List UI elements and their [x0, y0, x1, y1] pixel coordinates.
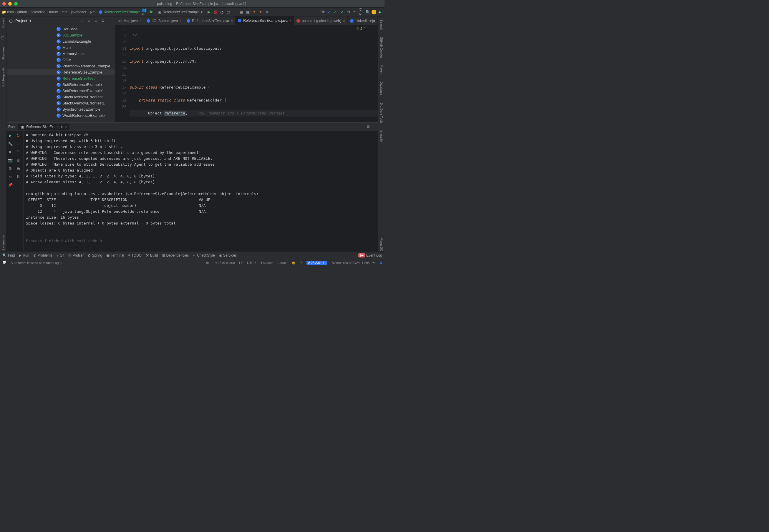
tree-item[interactable]: SoftReferenceExample1: [6, 88, 115, 94]
message-icon[interactable]: 💬: [2, 261, 6, 265]
tree-item[interactable]: JOLSample: [6, 32, 115, 38]
trash-icon[interactable]: 🗑: [15, 174, 21, 179]
editor-tab[interactable]: ReferenceSizeExample.java×: [235, 16, 294, 25]
copilot-tool-button[interactable]: GitHub Copilot: [380, 37, 383, 58]
camera-icon[interactable]: 📷: [8, 157, 13, 163]
filter-icon[interactable]: ☰: [15, 149, 21, 154]
editor-tab[interactable]: JOLSample.java×: [144, 16, 184, 25]
database-tool-button[interactable]: Database: [380, 82, 383, 95]
coverage-button[interactable]: ◔: [219, 9, 225, 15]
tree-item[interactable]: SynchronizedExample: [6, 106, 115, 112]
run-tool-button[interactable]: ▶ Run: [19, 253, 29, 257]
project-tool-button[interactable]: Project: [1, 18, 5, 28]
project-title[interactable]: Project: [15, 19, 27, 23]
lock-icon[interactable]: 🔒: [291, 261, 295, 265]
structure-tool-button[interactable]: Structure: [1, 47, 5, 60]
print-icon[interactable]: 🖶: [15, 166, 21, 171]
folder-icon[interactable]: ▢: [1, 35, 6, 40]
indent[interactable]: 4 spaces: [260, 261, 273, 265]
stop-icon[interactable]: ■: [8, 149, 13, 154]
editor-tab[interactable]: ashMap.java×: [115, 16, 144, 25]
search-tool-button[interactable]: Search: [380, 19, 383, 30]
rerun-icon[interactable]: ▶: [8, 133, 13, 138]
git-update-icon[interactable]: ✓: [326, 9, 331, 15]
select-open-file-icon[interactable]: ⊙: [79, 18, 84, 24]
run-tab[interactable]: ▣ ReferenceSizeExample ×: [18, 124, 69, 130]
progress-icon[interactable]: ◐: [206, 261, 209, 265]
stop-button[interactable]: ■: [265, 9, 270, 15]
breadcrumb[interactable]: 📁 com› github› paicoding› forum› test› j…: [2, 10, 141, 14]
hammer-build-icon[interactable]: ⚒: [148, 9, 154, 15]
todo-tool-button[interactable]: ≡ TODO: [128, 253, 141, 257]
inspection-indicator[interactable]: ⚠ 2 ˄ ˅: [356, 26, 368, 30]
project-tree[interactable]: HotCode JOLSample LambdaExample Main Mem…: [6, 25, 115, 122]
crumb[interactable]: javabetter: [71, 10, 87, 14]
ide-icon[interactable]: ▶: [377, 9, 383, 15]
more-tabs-icon[interactable]: ▾ ⋮: [370, 19, 377, 23]
maximize-window-button[interactable]: [14, 2, 18, 6]
close-icon[interactable]: ×: [343, 19, 345, 23]
encoding[interactable]: UTF-8: [247, 261, 256, 265]
gear-icon[interactable]: ⚙: [366, 124, 370, 129]
tree-item[interactable]: WeakReferenceExample: [6, 112, 115, 119]
debug-button[interactable]: 🐞: [213, 9, 218, 15]
tree-item[interactable]: StackOverflowErrorTest: [6, 94, 115, 100]
tree-item[interactable]: OOM: [6, 57, 115, 63]
git-push-icon[interactable]: ↗: [339, 9, 344, 15]
crumb[interactable]: paicoding: [30, 10, 45, 14]
find-tool-button[interactable]: 🔍 Find: [2, 253, 15, 257]
run-button[interactable]: ▶: [206, 9, 212, 15]
line-separator[interactable]: LF: [239, 261, 243, 265]
chevron-up-icon[interactable]: ˄: [363, 26, 365, 30]
problems-tool-button[interactable]: ⊘ Problems: [33, 253, 52, 257]
close-icon[interactable]: ×: [65, 125, 67, 129]
crumb[interactable]: ReferenceSizeExample: [104, 10, 140, 14]
chevron-down-icon[interactable]: ˅: [366, 26, 368, 30]
close-icon[interactable]: ×: [231, 19, 233, 23]
wrench-icon[interactable]: 🔧: [8, 141, 13, 146]
profiler-tool-button[interactable]: ◷ Profiler: [68, 253, 84, 257]
code-area[interactable]: ⚠ 2 ˄ ˅ 8 9 10 11 12 13 14: [115, 25, 378, 122]
chevron-down-icon[interactable]: ▾: [29, 19, 31, 23]
tree-item[interactable]: HotCode: [6, 26, 115, 32]
copilot-icon[interactable]: ✦: [258, 9, 263, 15]
tree-item[interactable]: MemoryLeak: [6, 51, 115, 57]
exit-icon[interactable]: ⎋: [8, 174, 13, 179]
translate-icon[interactable]: 文A: [358, 9, 364, 15]
layout-icon[interactable]: ⊞: [15, 157, 21, 163]
hide-icon[interactable]: —: [372, 124, 376, 129]
crumb[interactable]: com: [7, 10, 14, 14]
close-icon[interactable]: ×: [289, 19, 291, 23]
jclasslib-tool-button[interactable]: jclasslib: [380, 130, 383, 142]
search-icon[interactable]: 🔍: [365, 9, 370, 15]
gear-icon[interactable]: ⚙: [8, 166, 13, 171]
build-tool-button[interactable]: ⚒ Build: [146, 253, 158, 257]
toolbar-icon[interactable]: ▦: [239, 9, 244, 15]
git-commit-icon[interactable]: ✓: [333, 9, 338, 15]
event-log-button[interactable]: 9+ Event Log: [358, 253, 382, 257]
tree-item[interactable]: Main: [6, 44, 115, 51]
crumb[interactable]: jvm: [90, 10, 95, 14]
toolbar-icon[interactable]: ▦: [245, 9, 250, 15]
dependencies-tool-button[interactable]: ⊞ Dependencies: [162, 253, 189, 257]
editor-tab[interactable]: pom.xml (paicoding-web)×: [294, 16, 348, 25]
collapse-all-icon[interactable]: ≡: [93, 18, 99, 24]
bigdata-tool-button[interactable]: Big Data Tools: [380, 103, 383, 124]
windows-icon[interactable]: ⊞: [379, 261, 382, 265]
crumb[interactable]: forum: [49, 10, 58, 14]
git-branch[interactable]: ⑂ main: [277, 261, 287, 265]
tree-item[interactable]: StackOverflowErrorTest1: [6, 100, 115, 106]
down-icon[interactable]: ↓: [15, 141, 21, 146]
tree-item[interactable]: SoftReferenceExample: [6, 82, 115, 88]
visualgc-tool-button[interactable]: VisualGC: [380, 238, 383, 251]
minimize-window-button[interactable]: [8, 2, 12, 6]
avatar-icon[interactable]: [371, 10, 376, 14]
hide-icon[interactable]: —: [107, 18, 113, 24]
pull-requests-tool-button[interactable]: Pull Requests: [1, 67, 5, 87]
expand-all-icon[interactable]: ≡: [86, 18, 92, 24]
caret-position[interactable]: 14:25 (9 chars): [213, 261, 235, 265]
git-history-icon[interactable]: ⟲: [345, 9, 351, 15]
close-window-button[interactable]: [2, 2, 6, 6]
git-revert-icon[interactable]: ↶: [352, 9, 357, 15]
changes-badge[interactable]: Δ 26 Δ/0↑ 1↓: [306, 261, 327, 265]
